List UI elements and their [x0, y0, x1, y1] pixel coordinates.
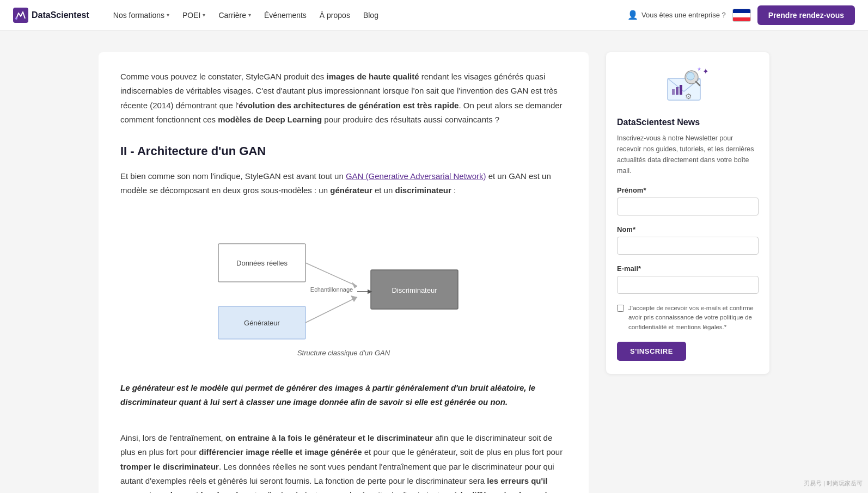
prenom-label: Prénom*	[617, 186, 759, 194]
subscribe-button[interactable]: S'INSCRIRE	[617, 342, 686, 361]
prenom-input[interactable]	[617, 198, 759, 215]
section2-title: II - Architecture d'un GAN	[120, 144, 567, 158]
intro-paragraph: Comme vous pouvez le constater, StyleGAN…	[120, 70, 567, 127]
enterprise-icon: 👤	[627, 10, 638, 20]
logo[interactable]: DataScientest	[13, 8, 89, 23]
nom-group: Nom*	[617, 225, 759, 262]
svg-text:✦: ✦	[702, 67, 709, 76]
quote-text: Le générateur est le modèle qui permet d…	[120, 381, 567, 410]
newsletter-icon: ✦ ★ ⚙	[663, 65, 712, 109]
svg-point-1	[15, 17, 17, 20]
svg-marker-11	[351, 295, 357, 302]
navigation: DataScientest Nos formations ▾ POEI ▾ Ca…	[0, 0, 868, 30]
svg-text:★: ★	[697, 66, 701, 72]
cta-button[interactable]: Prendre rendez-vous	[757, 5, 855, 25]
svg-rect-22	[680, 85, 682, 95]
nav-evenements[interactable]: Événements	[258, 0, 313, 30]
diagram-caption: Structure classique d'un GAN	[297, 349, 390, 357]
consent-row: J'accepte de recevoir vos e-mails et con…	[617, 304, 759, 332]
newsletter-header: ✦ ★ ⚙	[617, 65, 759, 109]
logo-icon	[13, 8, 28, 23]
nav-blog[interactable]: Blog	[357, 0, 385, 30]
watermark: 刃易号 | 时尚玩家岳可	[804, 479, 863, 488]
svg-text:⚙: ⚙	[685, 92, 692, 101]
svg-text:Echantillonnage: Echantillonnage	[310, 286, 353, 293]
nav-poei[interactable]: POEI ▾	[176, 0, 212, 30]
gan-link[interactable]: GAN (Generative Adversarial Network)	[346, 171, 486, 181]
language-flag[interactable]	[732, 9, 751, 22]
svg-text:Données réelles: Données réelles	[236, 259, 288, 267]
consent-label: J'accepte de recevoir vos e-mails et con…	[628, 304, 759, 332]
email-group: E-mail*	[617, 264, 759, 301]
gan-diagram: Données réelles Générateur Discriminateu…	[197, 211, 491, 349]
svg-point-16	[687, 72, 694, 80]
newsletter-desc: Inscrivez-vous à notre Newsletter pour r…	[617, 133, 759, 176]
email-label: E-mail*	[617, 264, 759, 273]
email-input[interactable]	[617, 276, 759, 294]
svg-text:Discriminateur: Discriminateur	[392, 286, 437, 294]
nav-carriere[interactable]: Carrière ▾	[212, 0, 258, 30]
nav-formations[interactable]: Nos formations ▾	[107, 0, 176, 30]
body-paragraph: Ainsi, lors de l'entraînement, on entrai…	[120, 431, 567, 493]
nav-apropos[interactable]: À propos	[313, 0, 357, 30]
quote-block: Le générateur est le modèle qui permet d…	[120, 374, 567, 416]
sidebar: ✦ ★ ⚙ DataScientest News Inscrivez-vous …	[606, 52, 769, 374]
svg-line-8	[305, 263, 357, 286]
chevron-down-icon: ▾	[248, 12, 251, 18]
logo-text: DataScientest	[32, 10, 89, 20]
consent-checkbox[interactable]	[617, 305, 624, 312]
svg-rect-20	[672, 89, 675, 95]
diagram-container: Données réelles Générateur Discriminateu…	[120, 211, 567, 370]
chevron-down-icon: ▾	[167, 12, 169, 18]
chevron-down-icon: ▾	[203, 12, 205, 18]
nom-input[interactable]	[617, 237, 759, 255]
svg-text:Générateur: Générateur	[244, 319, 280, 327]
nav-right: 👤 Vous êtes une entreprise ? Prendre ren…	[627, 5, 855, 25]
prenom-group: Prénom*	[617, 186, 759, 223]
nom-label: Nom*	[617, 225, 759, 233]
nav-links: Nos formations ▾ POEI ▾ Carrière ▾ Événe…	[107, 0, 610, 30]
page-layout: Comme vous pouvez le constater, StyleGAN…	[85, 30, 783, 493]
svg-line-10	[305, 297, 357, 323]
newsletter-widget: ✦ ★ ⚙ DataScientest News Inscrivez-vous …	[606, 52, 769, 374]
enterprise-link[interactable]: 👤 Vous êtes une entreprise ?	[627, 10, 726, 20]
newsletter-title: DataScientest News	[617, 118, 759, 127]
section2-intro: Et bien comme son nom l'indique, StyleGA…	[120, 169, 567, 198]
main-content: Comme vous pouvez le constater, StyleGAN…	[99, 52, 589, 493]
svg-rect-21	[676, 87, 678, 95]
